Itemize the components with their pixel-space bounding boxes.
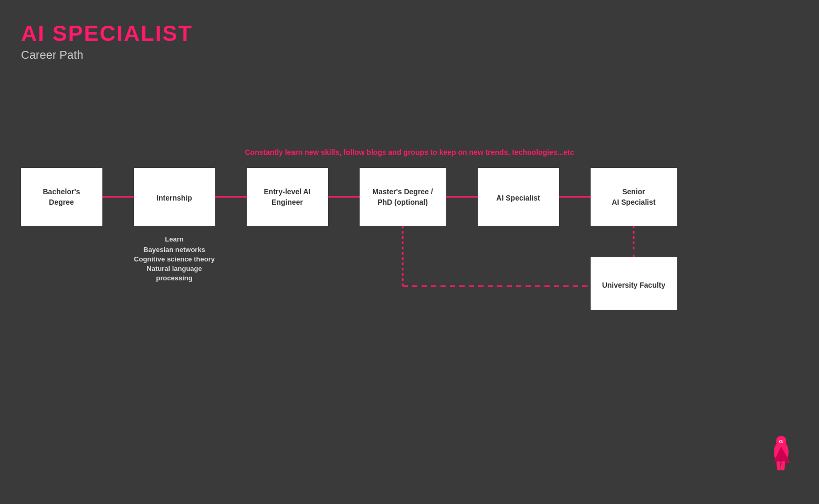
svg-text:University Faculty: University Faculty (602, 281, 666, 289)
svg-text:Bachelor's: Bachelor's (43, 187, 80, 196)
svg-text:AI Specialist: AI Specialist (496, 194, 540, 202)
svg-text:Senior: Senior (622, 187, 645, 196)
top-label-text: Constantly learn new skills, follow blog… (245, 148, 574, 156)
svg-text:Master's Degree /: Master's Degree / (372, 187, 433, 196)
learn-item-2: Cognitive science theory (134, 255, 215, 263)
svg-text:PhD (optional): PhD (optional) (377, 198, 428, 206)
svg-text:Engineer: Engineer (271, 198, 303, 206)
bachelors-card (21, 168, 102, 226)
masters-card (360, 168, 446, 226)
mascot-logo: G (774, 436, 791, 470)
entry-level-card (247, 168, 328, 226)
svg-text:Degree: Degree (49, 198, 74, 206)
svg-text:G: G (779, 438, 783, 444)
career-diagram: Constantly learn new skills, follow blog… (0, 0, 819, 504)
learn-item-1: Bayesian networks (143, 246, 205, 254)
svg-text:Internship: Internship (156, 194, 192, 202)
learn-title-text: Learn (165, 235, 183, 243)
svg-text:Entry-level AI: Entry-level AI (264, 187, 311, 196)
learn-item-3: Natural language (146, 265, 202, 272)
svg-text:AI Specialist: AI Specialist (612, 198, 656, 206)
senior-ai-card (591, 168, 677, 226)
learn-item-4: processing (156, 274, 192, 282)
